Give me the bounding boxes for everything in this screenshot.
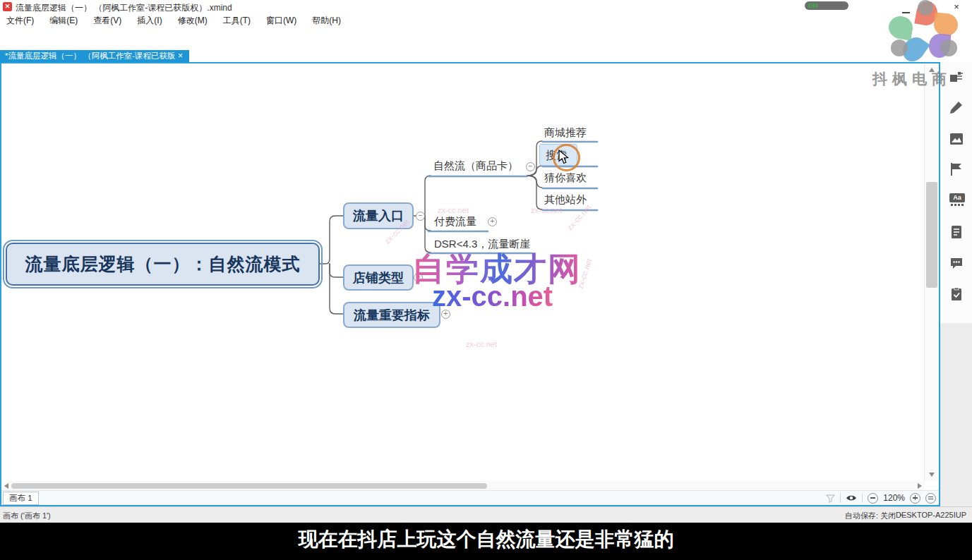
- expander-traffic-entry[interactable]: −: [416, 212, 425, 221]
- mouse-cursor-icon: [558, 150, 572, 165]
- minimize-button[interactable]: [888, 0, 909, 13]
- xmind-app-icon: ✕: [3, 2, 12, 11]
- scroll-down-arrow[interactable]: [929, 473, 935, 477]
- sidebar-marker-button[interactable]: [949, 162, 964, 176]
- sidebar-structure-button[interactable]: [949, 71, 964, 85]
- document-tab[interactable]: *流量底层逻辑（一） （阿枫工作室-课程已获版权）: [0, 50, 189, 62]
- menu-file[interactable]: 文件(F): [0, 15, 43, 27]
- structure-icon: [949, 71, 964, 85]
- status-device-name: DESKTOP-A225IUP: [896, 511, 966, 519]
- maximize-icon: [924, 2, 932, 10]
- scroll-left-arrow[interactable]: [4, 483, 8, 489]
- menu-help[interactable]: 帮助(H): [306, 15, 350, 27]
- subtitle-band: 现在在抖店上玩这个自然流量还是非常猛的: [0, 523, 972, 560]
- topic-natural-flow[interactable]: 自然流（商品卡）: [433, 159, 518, 173]
- scroll-right-arrow[interactable]: [918, 483, 922, 489]
- paintbrush-icon: [949, 100, 964, 114]
- status-canvas-label: 画布 ('画布 1'): [3, 511, 51, 521]
- watermark-scatter: zx-cc.net: [438, 206, 469, 214]
- expander-paid-traffic[interactable]: +: [488, 217, 497, 226]
- sidebar-comments-button[interactable]: [949, 256, 964, 270]
- horizontal-scroll-thumb[interactable]: [11, 483, 487, 489]
- expander-natural-flow[interactable]: −: [526, 162, 535, 171]
- watermark-scatter: zx-cc.net: [531, 206, 562, 214]
- comment-icon: [949, 256, 964, 270]
- sidebar-task-button[interactable]: [949, 287, 964, 301]
- separator: [840, 493, 841, 503]
- zoom-level: 120%: [883, 493, 905, 503]
- topic-mall-recommend[interactable]: 商城推荐: [544, 126, 587, 140]
- recording-battery-icon: [808, 4, 818, 8]
- right-sidebar: Aa: [940, 62, 972, 506]
- sheet-tab-canvas1[interactable]: 画布 1: [3, 492, 39, 505]
- title-bar: ✕ 流量底层逻辑（一） （阿枫工作室-课程已获版权）.xmind ×: [0, 0, 972, 13]
- label-icon-dots: [949, 204, 965, 206]
- menu-bar: 文件(F) 编辑(E) 查看(V) 插入(I) 修改(M) 工具(T) 窗口(W…: [0, 13, 972, 28]
- task-clipboard-icon: [949, 287, 964, 301]
- sheet-bar: 画布 1 120%: [1, 490, 939, 505]
- zoom-controls: 120%: [826, 491, 936, 505]
- sidebar-format-button[interactable]: [949, 100, 964, 114]
- status-autosave: 自动保存: 关闭: [845, 511, 896, 521]
- window-title: 流量底层逻辑（一） （阿枫工作室-课程已获版权）.xmind: [16, 2, 232, 14]
- image-icon: [949, 132, 964, 146]
- sidebar-notes-button[interactable]: [949, 225, 964, 239]
- close-button[interactable]: ×: [946, 0, 967, 13]
- subtitle-text: 现在在抖店上玩这个自然流量还是非常猛的: [0, 526, 972, 553]
- central-topic[interactable]: 流量底层逻辑（一）：自然流模式: [6, 243, 320, 286]
- separator: [862, 493, 863, 503]
- filter-icon[interactable]: [826, 494, 835, 503]
- maximize-button[interactable]: [917, 0, 938, 13]
- sidebar-label-button[interactable]: Aa: [949, 193, 965, 207]
- horizontal-scrollbar[interactable]: [1, 481, 925, 491]
- topic-shop-type[interactable]: 店铺类型: [343, 264, 414, 291]
- zoom-in-button[interactable]: [910, 493, 920, 504]
- sidebar-image-button[interactable]: [949, 132, 964, 146]
- topic-guess-you-like[interactable]: 猜你喜欢: [544, 171, 587, 185]
- notes-icon: [949, 225, 964, 239]
- menu-view[interactable]: 查看(V): [87, 15, 131, 27]
- overview-eye-icon[interactable]: [846, 494, 857, 502]
- menu-insert[interactable]: 插入(I): [131, 15, 171, 27]
- watermark-corner-brand: 抖枫电商: [872, 69, 952, 89]
- topic-key-metrics[interactable]: 流量重要指标: [343, 302, 440, 328]
- menu-modify[interactable]: 修改(M): [172, 15, 217, 27]
- menu-edit[interactable]: 编辑(E): [43, 15, 87, 27]
- vertical-scrollbar[interactable]: [924, 63, 939, 481]
- zoom-out-button[interactable]: [868, 493, 878, 504]
- topic-other-offsite[interactable]: 其他站外: [544, 193, 587, 207]
- tab-close-icon[interactable]: ×: [178, 50, 183, 62]
- menu-tools[interactable]: 工具(T): [217, 15, 260, 27]
- vertical-scroll-thumb[interactable]: [926, 182, 937, 288]
- menu-window[interactable]: 窗口(W): [260, 15, 306, 27]
- fit-map-button[interactable]: [925, 493, 936, 504]
- toolbar: ⋯: [0, 28, 972, 50]
- flag-icon: [949, 162, 964, 176]
- watermark-site-url: zx-cc.net: [432, 281, 553, 312]
- watermark-scatter: zx-cc.net: [466, 340, 497, 348]
- sidebar-lower-panel: [940, 323, 972, 506]
- status-bar: 画布 ('画布 1') 自动保存: 关闭 • DESKTOP-A225IUP: [0, 506, 972, 523]
- topic-paid-traffic[interactable]: 付费流量: [434, 215, 476, 229]
- label-icon: Aa: [949, 193, 965, 202]
